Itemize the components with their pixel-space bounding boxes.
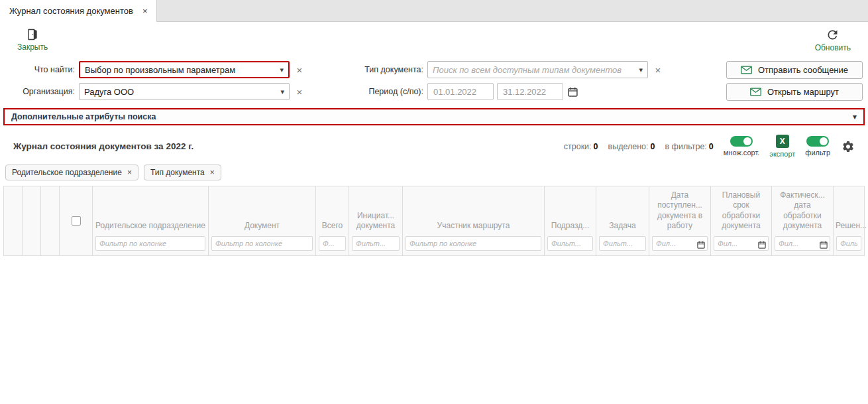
send-message-label: Отправить сообщение <box>758 65 848 75</box>
column-filter-input[interactable] <box>352 236 400 251</box>
refresh-button-label: Обновить <box>815 43 851 52</box>
export-button[interactable]: X экспорт <box>769 135 795 158</box>
chip-label: Тип документа <box>150 168 205 177</box>
table-body <box>0 256 868 404</box>
period-from-input[interactable] <box>427 83 494 100</box>
chevron-down-icon: ▾ <box>280 88 284 96</box>
calendar-filter-button[interactable] <box>758 239 766 251</box>
multisort-label: множ.сорт. <box>724 149 760 157</box>
column-header-label: Документ <box>209 218 315 234</box>
tab-bar: Журнал состояния документов × <box>0 0 868 22</box>
filtered-counter-value: 0 <box>709 142 714 151</box>
multisort-toggle[interactable]: множ.сорт. <box>724 136 760 157</box>
settings-button[interactable] <box>841 140 855 153</box>
column-header-decision[interactable]: Решен... <box>834 186 864 255</box>
tab-title: Журнал состояния документов <box>9 6 133 16</box>
filtered-counter: в фильтре:0 <box>665 142 714 151</box>
selected-counter-value: 0 <box>651 142 655 151</box>
refresh-button[interactable]: Обновить <box>815 28 851 52</box>
send-message-button[interactable]: Отправить сообщение <box>726 61 863 79</box>
column-header-document[interactable]: Документ <box>209 186 316 255</box>
grid-title: Журнал состояния документов за 2022 г. <box>13 141 193 151</box>
app-window: Журнал состояния документов × Закрыть Об… <box>0 0 868 404</box>
column-filter-input[interactable] <box>599 236 646 251</box>
doc-type-clear-icon[interactable]: × <box>648 64 668 76</box>
period-to-input[interactable] <box>497 83 563 100</box>
tab-journal[interactable]: Журнал состояния документов × <box>0 0 157 22</box>
column-header-label: Решен... <box>834 218 864 234</box>
column-header-label: Всего <box>316 218 349 234</box>
rows-counter: строки:0 <box>564 142 598 151</box>
column-header-receipt-date[interactable]: Дата поступлен... документа в работу <box>649 186 711 255</box>
column-header-label: Дата поступлен... документа в работу <box>649 188 710 234</box>
column-filter-input[interactable] <box>319 236 346 251</box>
filter-toggle[interactable]: фильтр <box>805 136 830 157</box>
column-filter-input[interactable] <box>211 236 313 251</box>
select-all-checkbox[interactable] <box>72 216 81 226</box>
organization-value: Радуга ООО <box>84 87 276 97</box>
tab-close-icon[interactable]: × <box>142 6 148 16</box>
doc-type-placeholder: Поиск по всем доступным типам документов <box>433 65 635 75</box>
column-filter-input[interactable] <box>95 236 205 251</box>
additional-attributes-title: Дополнительные атрибуты поиска <box>11 112 156 121</box>
period-calendar-button[interactable] <box>568 87 578 97</box>
empty-column-header <box>4 186 23 255</box>
selected-counter-label: выделено: <box>608 142 649 151</box>
column-header-planned-date[interactable]: Плановый срок обработки документа <box>711 186 772 255</box>
open-route-button[interactable]: Открыть маршрут <box>726 83 863 101</box>
envelope-icon <box>750 88 761 96</box>
open-route-label: Открыть маршрут <box>767 87 839 97</box>
column-filter-input[interactable] <box>836 236 861 251</box>
column-header-label: Родительское подразделение <box>93 218 208 234</box>
what-find-select[interactable]: Выбор по произвольным параметрам ▾ <box>79 61 290 78</box>
chip-remove-icon[interactable]: × <box>127 168 132 177</box>
calendar-filter-button[interactable] <box>820 239 828 251</box>
what-find-clear-icon[interactable]: × <box>290 64 309 76</box>
additional-attributes-panel[interactable]: Дополнительные атрибуты поиска ▾ <box>3 108 865 125</box>
chip-remove-icon[interactable]: × <box>210 168 215 177</box>
calendar-icon <box>568 87 578 97</box>
chip-label: Родительское подразделение <box>12 168 122 177</box>
column-header-route-participant[interactable]: Участник маршрута <box>403 186 545 255</box>
calendar-icon <box>758 241 766 249</box>
search-filters: Что найти: Выбор по произвольным парамет… <box>0 56 868 105</box>
organization-select[interactable]: Радуга ООО ▾ <box>79 83 290 100</box>
chip-doc-type[interactable]: Тип документа × <box>144 165 221 180</box>
calendar-filter-button[interactable] <box>697 239 705 251</box>
column-header-total[interactable]: Всего <box>316 186 349 255</box>
chip-parent-division[interactable]: Родительское подразделение × <box>5 165 138 180</box>
calendar-icon <box>697 241 705 249</box>
doc-type-label: Тип документа: <box>309 65 423 74</box>
what-find-value: Выбор по произвольным параметрам <box>85 65 276 75</box>
close-button[interactable]: Закрыть <box>17 28 48 52</box>
column-header-label: Подразд... <box>545 218 596 234</box>
select-all-column-header <box>60 186 93 255</box>
rows-counter-value: 0 <box>594 142 598 151</box>
grouping-chips: Родительское подразделение × Тип докумен… <box>0 162 868 186</box>
doc-type-select[interactable]: Поиск по всем доступным типам документов… <box>427 61 648 78</box>
excel-icon: X <box>776 135 789 148</box>
column-header-actual-date[interactable]: Фактическ... дата обработки документа <box>772 186 834 255</box>
column-header-label: Инициат... документа <box>349 208 402 234</box>
chevron-down-icon: ▾ <box>853 112 857 121</box>
column-header-label: Задача <box>596 218 649 234</box>
exit-door-icon <box>26 28 39 41</box>
column-header-division[interactable]: Подразд... <box>545 186 596 255</box>
column-filter-input[interactable] <box>406 236 541 251</box>
organization-clear-icon[interactable]: × <box>290 86 309 98</box>
empty-column-header <box>41 186 60 255</box>
filter-row-2: Организация: Радуга ООО ▾ × Период (с/по… <box>5 82 863 101</box>
refresh-icon <box>826 28 840 42</box>
selected-counter: выделено:0 <box>608 142 655 151</box>
toggle-on-icon <box>806 136 829 147</box>
export-label: экспорт <box>769 150 795 158</box>
column-header-task[interactable]: Задача <box>596 186 649 255</box>
chevron-down-icon: ▾ <box>280 66 284 74</box>
toggle-on-icon <box>730 136 753 147</box>
table-header-row: Родительское подразделение Документ Всег… <box>3 186 865 256</box>
column-filter-input[interactable] <box>547 236 593 251</box>
column-header-initiator[interactable]: Инициат... документа <box>349 186 403 255</box>
organization-label: Организация: <box>5 87 75 96</box>
what-find-label: Что найти: <box>5 65 75 74</box>
column-header-parent-division[interactable]: Родительское подразделение <box>93 186 209 255</box>
